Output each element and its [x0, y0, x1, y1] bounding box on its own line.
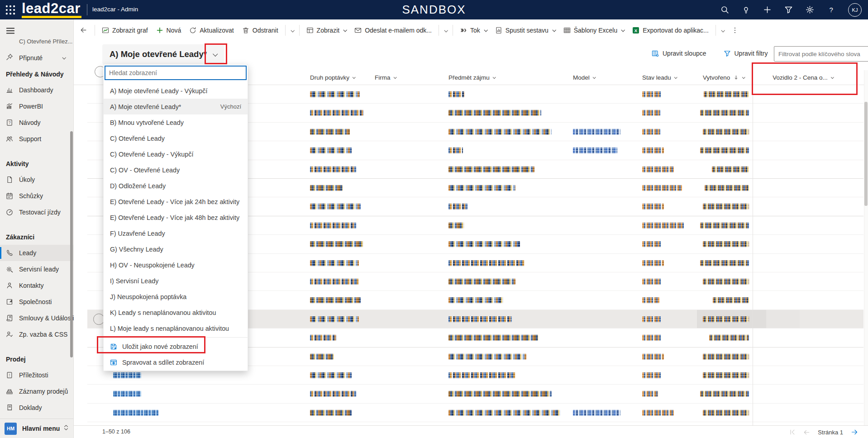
column-header-firma[interactable]: Firma — [375, 70, 396, 85]
view-option[interactable]: D) Odložené Leady — [104, 178, 248, 194]
grid-scrollbar-thumb[interactable] — [864, 102, 868, 206]
sidebar-item-kontakty[interactable]: Kontakty — [0, 277, 73, 294]
column-header-vytvoreno[interactable]: Vytvořeno — [703, 70, 744, 85]
first-page-icon[interactable] — [789, 429, 796, 435]
column-header-model[interactable]: Model — [573, 70, 595, 85]
sidebar-item-powerbi[interactable]: PowerBI — [0, 98, 73, 114]
split-button-chevron[interactable] — [288, 24, 296, 36]
svg-text:!: ! — [9, 373, 10, 377]
column-header-vozidlo[interactable]: Vozidlo 2 - Cena o... — [773, 70, 833, 85]
grid-status-bar: 1–50 z 106 Stránka 1 — [74, 425, 868, 438]
redacted-cell-stav — [642, 372, 661, 378]
column-header-stav[interactable]: Stav leadu — [642, 70, 677, 85]
settings-gear-icon[interactable] — [806, 5, 814, 14]
sales-records-icon — [6, 388, 13, 395]
view-option[interactable]: C) OV - Otevřené Leady — [104, 162, 248, 178]
grid-scrollbar-track[interactable] — [864, 70, 868, 425]
area-switcher[interactable]: HM Hlavní menu — [0, 419, 73, 438]
command-zobrazit-graf[interactable]: Zobrazit graf — [98, 24, 152, 37]
sidebar-item-smlouvy-ud-losti[interactable]: Smlouvy & Události — [0, 310, 73, 326]
sidebar-item-n-vody[interactable]: ?Návody — [0, 114, 73, 131]
view-option[interactable]: K) Leady s nenaplánovanou aktivitou — [104, 305, 248, 320]
report-icon — [495, 27, 502, 34]
hm-collapse-icon — [62, 424, 70, 431]
sidebar-pinned-group[interactable]: Připnuté — [0, 50, 73, 66]
view-option[interactable]: C) Otevřené Leady — [104, 130, 248, 146]
user-avatar[interactable]: KJ — [848, 3, 862, 17]
sidebar-item-leady[interactable]: Leady — [0, 245, 73, 261]
view-selector[interactable]: A) Moje otevřené Leady* — [102, 44, 224, 64]
command--ablony-excelu[interactable]: Šablony Excelu — [559, 24, 629, 37]
command-odstranit[interactable]: Odstranit — [238, 24, 282, 37]
lightbulb-icon[interactable] — [742, 5, 750, 14]
edit-filters-button[interactable]: Upravit filtry — [719, 47, 773, 60]
sidebar-scrollbar[interactable] — [70, 131, 73, 357]
flow-icon — [460, 27, 467, 34]
redacted-name-link[interactable] — [113, 410, 158, 416]
column-header-druh[interactable]: Druh poptávky — [310, 70, 355, 85]
next-page-icon[interactable] — [851, 428, 858, 436]
sidebar-item-z-znamy-prodej-[interactable]: Záznamy prodejů — [0, 383, 73, 400]
view-option[interactable]: E) Otevřené Leady - Více jak 24h bez akt… — [104, 194, 248, 209]
command-nov-[interactable]: Nová — [152, 24, 186, 37]
view-option[interactable]: L) Moje leady s nenaplánovanou aktivitou — [104, 320, 248, 336]
sidebar-pinned-overflow-item[interactable]: C) Otevřené Přílez... — [19, 38, 72, 45]
more-commands-button[interactable] — [727, 24, 743, 37]
redacted-name-link[interactable] — [113, 372, 141, 378]
view-option[interactable]: H) OV - Neuspokojené Leady — [104, 257, 248, 273]
view-option[interactable]: A) Moje otevřené Leady*Výchozí — [104, 99, 248, 114]
command-spustit-sestavu[interactable]: Spustit sestavu — [491, 24, 559, 37]
view-action-ulo-it-jako-nov-zobrazen-[interactable]: Uložit jako nové zobrazení — [104, 338, 248, 354]
split-button-chevron[interactable] — [442, 24, 450, 36]
column-divider-line — [753, 70, 753, 425]
view-action-spravovat-a-sd-let-zobrazen-[interactable]: Spravovat a sdílet zobrazení — [104, 354, 248, 370]
split-button-chevron[interactable] — [719, 24, 727, 36]
command-bar-divider — [715, 25, 716, 36]
command-zobrazit[interactable]: Zobrazit — [302, 24, 351, 37]
plus-icon[interactable] — [763, 5, 772, 14]
view-option[interactable]: G) Všechny Leady — [104, 241, 248, 257]
redacted-cell-druh — [310, 185, 343, 191]
funnel-icon[interactable] — [784, 5, 793, 14]
keyword-filter-input[interactable] — [774, 46, 868, 62]
hamburger-menu-icon[interactable] — [5, 26, 15, 36]
command-aktualizovat[interactable]: Aktualizovat — [185, 24, 238, 37]
command-tok[interactable]: Tok — [456, 24, 491, 37]
redacted-cell-stav — [642, 297, 659, 303]
back-button[interactable] — [76, 24, 90, 37]
sidebar-item-servisn-leady[interactable]: Servisní leady — [0, 261, 73, 277]
redacted-cell-vytvoreno — [700, 391, 749, 397]
view-option[interactable]: B) Mnou vytvořené Leady — [104, 114, 248, 130]
redacted-cell-vytvoreno — [703, 316, 749, 322]
sidebar-item-dashboardy[interactable]: Dashboardy — [0, 82, 73, 98]
search-icon[interactable] — [720, 5, 729, 14]
table-row[interactable] — [87, 385, 863, 403]
column-header-predmet[interactable]: Předmět zájmu — [448, 70, 495, 85]
sidebar-item-spole-nosti[interactable]: Společnosti — [0, 294, 73, 310]
sidebar-item-support[interactable]: Support — [0, 131, 73, 147]
sidebar-item-zp-vazba-css[interactable]: Zp. vazba & CSS — [0, 326, 73, 343]
redacted-name-link[interactable] — [113, 391, 141, 397]
view-option[interactable]: I) Servisní Leady — [104, 273, 248, 289]
table-row[interactable] — [87, 404, 863, 422]
previous-page-icon[interactable] — [803, 429, 810, 436]
sidebar-item--koly[interactable]: Úkoly — [0, 171, 73, 188]
view-option[interactable]: A) Moje otevřené Leady - Výkupčí — [104, 83, 248, 99]
view-search-input[interactable] — [105, 66, 247, 80]
command-exportovat-do-aplikac-[interactable]: XExportovat do aplikac... — [628, 24, 713, 37]
sidebar-item-doklady[interactable]: Doklady — [0, 400, 73, 416]
view-option[interactable]: F) Uzavřené Leady — [104, 225, 248, 241]
view-option[interactable]: E) Otevřené Leady - Více jak 48h bez akt… — [104, 209, 248, 225]
view-option[interactable]: J) Neuspokojená poptávka — [104, 289, 248, 305]
sidebar-item-testovac-j-zdy[interactable]: Testovací jízdy — [0, 204, 73, 220]
sidebar-item-sch-zky[interactable]: Schůzky — [0, 188, 73, 204]
sidebar-item-p-le-itosti[interactable]: !Příležitosti — [0, 367, 73, 383]
view-selector-chevron-icon[interactable] — [213, 52, 218, 57]
redacted-cell-predmet — [448, 91, 464, 97]
redacted-cell-stav — [642, 223, 684, 229]
pin-icon — [6, 53, 13, 62]
view-option[interactable]: C) Otevřené Leady - Výkupčí — [104, 146, 248, 162]
command-odeslat-e-mailem-odk-[interactable]: Odeslat e-mailem odk... — [350, 24, 436, 37]
edit-columns-button[interactable]: Upravit sloupce — [647, 47, 711, 60]
help-icon[interactable]: ? — [827, 5, 835, 14]
